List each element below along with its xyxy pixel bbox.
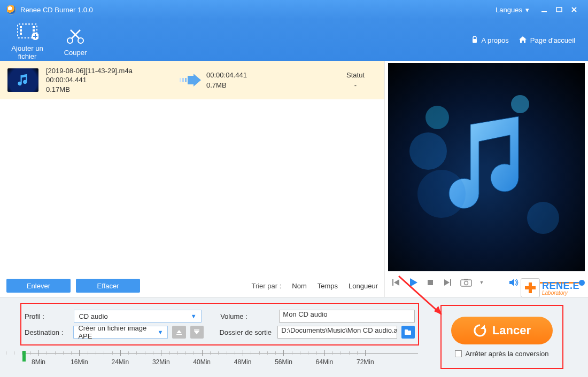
file-list-empty-area: [0, 99, 384, 274]
home-link[interactable]: Page d'accueil: [519, 36, 575, 45]
remove-button[interactable]: Enlever: [6, 279, 71, 293]
output-folder-label: Dossier de sortie: [219, 328, 273, 336]
svg-line-17: [71, 30, 79, 38]
language-label: Langues: [496, 6, 522, 14]
ruler-tick-label: 72Min: [357, 358, 374, 366]
app-logo-icon: [6, 5, 16, 14]
output-duration: 00:00:04.441: [206, 70, 303, 81]
svg-line-16: [72, 30, 80, 38]
ruler-tick-label: 32Min: [152, 358, 170, 366]
add-file-label: Ajouter un fichier: [3, 44, 51, 60]
svg-point-26: [465, 281, 468, 285]
svg-rect-20: [182, 78, 184, 82]
output-folder-input[interactable]: D:\Documents\Music\Mon CD audio.ap: [277, 326, 397, 339]
cut-label: Couper: [51, 49, 99, 57]
clear-button[interactable]: Effacer: [76, 279, 140, 293]
browse-button[interactable]: [401, 326, 415, 339]
ruler-tick-label: 56Min: [275, 358, 292, 366]
language-selector[interactable]: Langues ▾: [496, 6, 529, 14]
timeline-marker[interactable]: [22, 351, 26, 362]
stop-button[interactable]: [424, 277, 436, 288]
destination-select[interactable]: Créer un fichier image APE ▼: [73, 326, 168, 339]
toolbar-right-links: A propos Page d'accueil: [471, 36, 585, 45]
play-button[interactable]: [407, 277, 419, 288]
about-link[interactable]: A propos: [471, 36, 509, 45]
settings-box: Profil : CD audio ▼ Volume : Mon CD audi…: [20, 303, 419, 345]
file-output-info: 00:00:04.441 0.7MB: [206, 70, 303, 91]
list-action-bar: Enlever Effacer Trier par : Nom Temps Lo…: [0, 274, 384, 297]
add-file-button[interactable]: Ajouter un fichier: [3, 20, 51, 60]
svg-rect-1: [556, 7, 562, 12]
snapshot-menu-button[interactable]: ▼: [479, 277, 484, 288]
maximize-button[interactable]: [552, 4, 567, 15]
launch-box: Lancer Arrêter après la conversion: [440, 305, 563, 369]
sort-time[interactable]: Temps: [318, 282, 338, 290]
film-plus-icon: [3, 20, 51, 43]
minimize-button[interactable]: [537, 4, 552, 15]
lock-icon: [471, 36, 478, 45]
destination-value: Créer un fichier image APE: [78, 324, 157, 340]
stop-after-row[interactable]: Arrêter après la conversion: [455, 350, 548, 358]
svg-rect-29: [525, 286, 536, 289]
chevron-down-icon: ▼: [158, 329, 164, 335]
svg-rect-21: [185, 78, 187, 82]
close-button[interactable]: [567, 4, 582, 15]
ruler-tick-label: 24Min: [111, 358, 129, 366]
home-icon: [519, 36, 527, 45]
file-name: [2019-08-06][11-43-29].m4a: [46, 66, 174, 76]
status-value: -: [334, 80, 377, 91]
about-label: A propos: [482, 36, 509, 44]
ruler-tick-label: 40Min: [193, 358, 211, 366]
svg-rect-19: [180, 78, 181, 82]
home-label: Page d'accueil: [530, 36, 575, 44]
preview-area: [388, 63, 585, 271]
file-info: [2019-08-06][11-43-29].m4a 00:00:04.441 …: [46, 66, 174, 95]
ruler-tick-label: 16Min: [71, 358, 88, 366]
timeline-ruler[interactable]: 8Min16Min24Min32Min40Min48Min56Min64Min7…: [22, 348, 418, 369]
sort-name[interactable]: Nom: [292, 282, 306, 290]
refresh-icon: [473, 324, 487, 337]
file-thumbnail: [7, 68, 38, 92]
title-bar: Renee CD Burner 1.0.0 Langues ▾: [0, 0, 588, 19]
eject-button[interactable]: [172, 326, 185, 339]
snapshot-button[interactable]: [459, 277, 474, 288]
svg-rect-6: [20, 29, 22, 32]
launch-button[interactable]: Lancer: [451, 317, 553, 344]
ruler-tick-label: 48Min: [234, 358, 252, 366]
svg-rect-27: [464, 279, 468, 280]
cut-button[interactable]: Couper: [51, 24, 99, 57]
svg-rect-23: [428, 280, 433, 285]
destination-label: Destination :: [25, 328, 69, 336]
brand-logo: RENE.E Laboratory: [521, 278, 579, 297]
file-size: 0.17MB: [46, 85, 174, 95]
prev-button[interactable]: [390, 277, 402, 288]
volume-label: Volume :: [220, 312, 275, 320]
load-button[interactable]: [190, 326, 204, 339]
svg-rect-31: [194, 329, 199, 331]
file-list-panel: [2019-08-06][11-43-29].m4a 00:00:04.441 …: [0, 61, 385, 297]
main-area: [2019-08-06][11-43-29].m4a 00:00:04.441 …: [0, 61, 588, 297]
volume-input[interactable]: Mon CD audio: [279, 310, 415, 323]
launch-label: Lancer: [492, 324, 531, 337]
ruler-tick-label: 64Min: [316, 358, 334, 366]
svg-rect-9: [33, 29, 35, 32]
volume-icon[interactable]: [508, 277, 520, 288]
bottom-panel: RENE.E Laboratory Profil : CD audio ▼ Vo…: [0, 297, 588, 377]
profile-value: CD audio: [79, 312, 107, 320]
profile-select[interactable]: CD audio ▼: [74, 310, 201, 323]
next-button[interactable]: [442, 277, 453, 288]
status-column: Statut -: [334, 70, 377, 91]
svg-rect-30: [176, 334, 182, 335]
file-row[interactable]: [2019-08-06][11-43-29].m4a 00:00:04.441 …: [0, 61, 384, 99]
stop-after-checkbox[interactable]: [455, 350, 462, 357]
svg-rect-18: [473, 39, 477, 43]
status-header: Statut: [334, 70, 377, 81]
svg-rect-7: [20, 33, 22, 35]
svg-rect-24: [450, 279, 451, 286]
output-size: 0.7MB: [206, 80, 303, 91]
sort-length[interactable]: Longueur: [349, 282, 378, 290]
preview-panel: ▼: [385, 61, 588, 297]
chevron-down-icon: ▾: [525, 6, 529, 14]
profile-label: Profil :: [25, 312, 69, 320]
stop-after-label: Arrêter après la conversion: [465, 350, 548, 358]
